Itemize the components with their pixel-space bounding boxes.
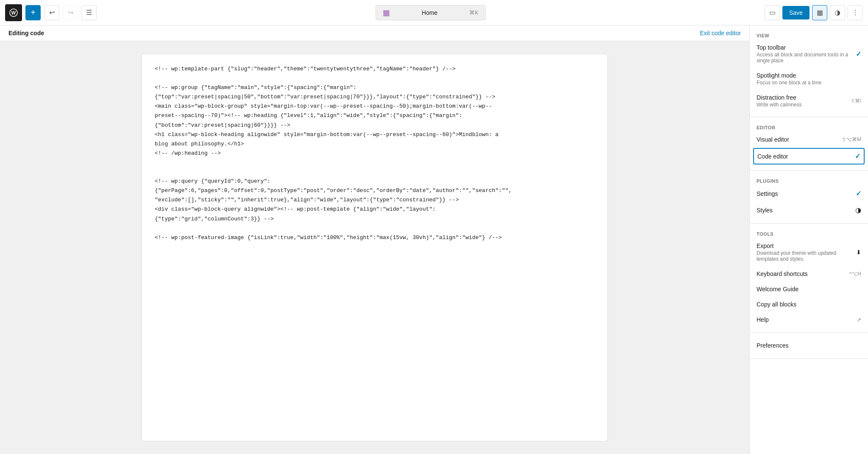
sidebar-item-code-editor[interactable]: Code editor ✓ (753, 148, 865, 164)
home-icon: ▦ (383, 8, 390, 17)
view-section-header: VIEW (750, 31, 868, 40)
editor-area: Editing code Exit code editor <!-- wp:te… (0, 25, 749, 454)
sidebar-item-help[interactable]: Help ↗ (750, 312, 868, 327)
undo-button[interactable]: ↩ (44, 5, 59, 20)
sidebar-tools-section: TOOLS Export Download your theme with up… (750, 224, 868, 333)
exit-code-editor-link[interactable]: Exit code editor (700, 30, 741, 36)
plugins-section-header: PLUGINS (750, 176, 868, 185)
sidebar-item-preferences[interactable]: Preferences (750, 338, 868, 353)
sidebar-preferences-section: Preferences (750, 333, 868, 359)
editing-code-label: Editing code (8, 30, 44, 36)
code-editor-check-icon: ✓ (855, 152, 860, 160)
sidebar-item-top-toolbar[interactable]: Top toolbar Access all block and documen… (750, 40, 868, 68)
top-toolbar-check-icon: ✓ (856, 50, 861, 58)
sidebar-item-styles[interactable]: Styles ◑ (750, 202, 868, 218)
sidebar-item-export[interactable]: Export Download your theme with updated … (750, 238, 868, 266)
main-area: Editing code Exit code editor <!-- wp:te… (0, 25, 868, 454)
view-icon-button[interactable]: ▭ (765, 5, 780, 20)
topbar: W + ↩ ↪ ☰ ▦ Home ⌘K ▭ Save ▦ ◑ ⋮ (0, 0, 868, 25)
sidebar-item-visual-editor[interactable]: Visual editor ⇧⌥⌘M (750, 132, 868, 147)
home-shortcut: ⌘K (469, 9, 479, 16)
sidebar-view-section: VIEW Top toolbar Access all block and do… (750, 25, 868, 117)
sidebar-item-keyboard-shortcuts[interactable]: Keyboard shortcuts ^⌥H (750, 266, 868, 281)
sidebar-panel: VIEW Top toolbar Access all block and do… (749, 25, 868, 454)
topbar-right: ▭ Save ▦ ◑ ⋮ (765, 5, 863, 20)
export-download-icon: ⬇ (856, 249, 861, 256)
sidebar-editor-section: EDITOR Visual editor ⇧⌥⌘M Code editor ✓ (750, 117, 868, 171)
styles-toggle-icon: ◑ (855, 206, 861, 214)
save-button[interactable]: Save (782, 6, 810, 19)
home-pill[interactable]: ▦ Home ⌘K (376, 5, 486, 20)
sidebar-item-distraction-free[interactable]: Distraction free Write with calmness ⇧⌘\ (750, 90, 868, 112)
sidebar-item-copy-all-blocks[interactable]: Copy all blocks (750, 297, 868, 312)
add-block-button[interactable]: + (25, 5, 41, 20)
sidebar-plugins-section: PLUGINS Settings ✓ Styles ◑ (750, 171, 868, 224)
topbar-center: ▦ Home ⌘K (100, 5, 761, 20)
settings-panel-button[interactable]: ▦ (812, 5, 827, 20)
sidebar-item-settings[interactable]: Settings ✓ (750, 185, 868, 202)
code-area-wrapper: <!-- wp:template-part {"slug":"header","… (0, 41, 749, 454)
settings-check-icon: ✓ (856, 189, 861, 198)
editor-section-header: EDITOR (750, 123, 868, 132)
wp-logo: W (5, 4, 22, 21)
home-label: Home (422, 9, 437, 16)
sidebar-item-spotlight-mode[interactable]: Spotlight mode Focus on one block at a t… (750, 68, 868, 90)
tools-section-header: TOOLS (750, 229, 868, 238)
svg-text:W: W (11, 10, 16, 15)
sidebar-item-welcome-guide[interactable]: Welcome Guide (750, 281, 868, 297)
contrast-button[interactable]: ◑ (830, 5, 845, 20)
options-button[interactable]: ⋮ (848, 5, 863, 20)
redo-button[interactable]: ↪ (63, 5, 78, 20)
list-view-button[interactable]: ☰ (81, 5, 97, 20)
code-block[interactable]: <!-- wp:template-part {"slug":"header","… (142, 54, 608, 441)
help-external-icon: ↗ (857, 317, 861, 323)
editor-header: Editing code Exit code editor (0, 25, 749, 41)
